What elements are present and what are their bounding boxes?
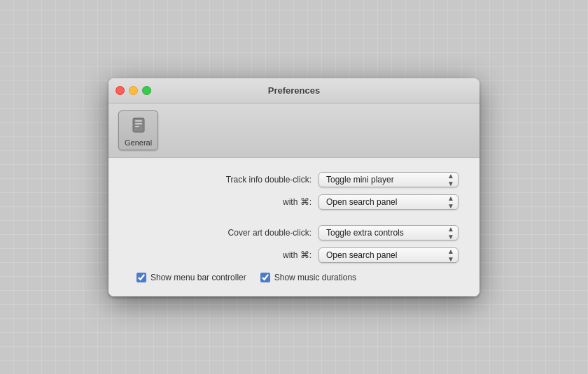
cover-double-click-select-wrapper: Toggle extra controls Open search panel … <box>318 225 458 240</box>
cover-cmd-label: with ⌘: <box>283 250 312 260</box>
checkboxes-row: Show menu bar controller Show music dura… <box>130 273 458 282</box>
minimize-button[interactable] <box>129 86 138 95</box>
title-bar: Preferences <box>108 78 479 103</box>
track-double-click-select[interactable]: Toggle mini player Open search panel Do … <box>318 172 458 187</box>
window-title: Preferences <box>268 85 320 96</box>
cover-double-click-row: Cover art double-click: Toggle extra con… <box>130 225 458 240</box>
show-menu-bar-label: Show menu bar controller <box>150 273 246 282</box>
cover-cmd-select-wrapper: Open search panel Toggle extra controls … <box>318 247 458 263</box>
maximize-button[interactable] <box>142 86 151 95</box>
show-music-durations-checkbox-item[interactable]: Show music durations <box>260 273 356 282</box>
separator-1 <box>130 217 458 225</box>
track-cmd-select-wrapper: Open search panel Toggle mini player Do … <box>318 194 458 210</box>
general-tab-button[interactable]: General <box>118 110 158 150</box>
close-button[interactable] <box>115 86 125 95</box>
cover-cmd-select[interactable]: Open search panel Toggle extra controls … <box>318 247 458 263</box>
svg-rect-1 <box>135 120 142 122</box>
show-music-durations-checkbox[interactable] <box>260 273 270 282</box>
track-double-click-row: Track info double-click: Toggle mini pla… <box>130 172 458 187</box>
track-cmd-label: with ⌘: <box>283 196 312 207</box>
preferences-content: Track info double-click: Toggle mini pla… <box>108 158 479 296</box>
track-cmd-select[interactable]: Open search panel Toggle mini player Do … <box>318 194 458 210</box>
cover-cmd-click-row: with ⌘: Open search panel Toggle extra c… <box>130 247 458 263</box>
track-cmd-click-row: with ⌘: Open search panel Toggle mini pl… <box>130 194 458 210</box>
general-tab-label: General <box>125 138 152 147</box>
traffic-lights <box>115 86 151 95</box>
track-double-click-select-wrapper: Toggle mini player Open search panel Do … <box>318 172 458 187</box>
cover-double-click-select[interactable]: Toggle extra controls Open search panel … <box>318 225 458 240</box>
svg-rect-2 <box>135 123 142 124</box>
svg-rect-3 <box>135 126 139 127</box>
show-music-durations-label: Show music durations <box>274 273 356 282</box>
show-menu-bar-checkbox-item[interactable]: Show menu bar controller <box>136 273 246 282</box>
show-menu-bar-checkbox[interactable] <box>136 273 146 282</box>
toolbar: General <box>108 103 479 158</box>
track-double-click-label: Track info double-click: <box>226 175 312 185</box>
general-icon <box>127 114 150 136</box>
cover-double-click-label: Cover art double-click: <box>228 228 312 238</box>
preferences-window: Preferences General Track info double-cl… <box>108 78 479 296</box>
